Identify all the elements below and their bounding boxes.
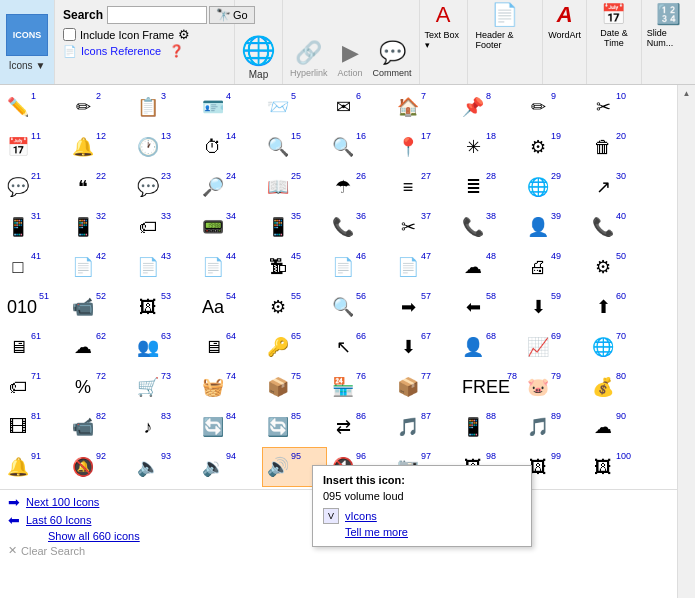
icon-cell-10[interactable]: ✂10 <box>587 87 652 127</box>
icon-cell-56[interactable]: 🔍56 <box>327 287 392 327</box>
help-icon[interactable]: ❓ <box>169 44 184 58</box>
icon-cell-59[interactable]: ⬇59 <box>522 287 587 327</box>
icon-cell-19[interactable]: ⚙19 <box>522 127 587 167</box>
datetime-button[interactable]: 📅 Date & Time <box>587 0 642 84</box>
icon-cell-27[interactable]: ≡27 <box>392 167 457 207</box>
icon-cell-43[interactable]: 📄43 <box>132 247 197 287</box>
icon-cell-72[interactable]: %72 <box>67 367 132 407</box>
icon-cell-69[interactable]: 📈69 <box>522 327 587 367</box>
icon-cell-26[interactable]: ☂26 <box>327 167 392 207</box>
icon-cell-12[interactable]: 🔔12 <box>67 127 132 167</box>
icon-cell-89[interactable]: 🎵89 <box>522 407 587 447</box>
icon-cell-66[interactable]: ↖66 <box>327 327 392 367</box>
icon-cell-83[interactable]: ♪83 <box>132 407 197 447</box>
icon-cell-4[interactable]: 🪪4 <box>197 87 262 127</box>
icon-cell-34[interactable]: 📟34 <box>197 207 262 247</box>
icon-cell-50[interactable]: ⚙50 <box>587 247 652 287</box>
icon-cell-62[interactable]: ☁62 <box>67 327 132 367</box>
icon-cell-17[interactable]: 📍17 <box>392 127 457 167</box>
icon-cell-82[interactable]: 📹82 <box>67 407 132 447</box>
icon-cell-14[interactable]: ⏱14 <box>197 127 262 167</box>
slidenum-button[interactable]: 🔢 Slide Num... <box>642 0 695 84</box>
show-all-button[interactable]: Show all 660 icons <box>48 530 140 542</box>
clear-search-button[interactable]: Clear Search <box>21 545 85 557</box>
icon-cell-20[interactable]: 🗑20 <box>587 127 652 167</box>
icon-cell-38[interactable]: 📞38 <box>457 207 522 247</box>
icon-cell-86[interactable]: ⇄86 <box>327 407 392 447</box>
icon-cell-32[interactable]: 📱32 <box>67 207 132 247</box>
icon-cell-94[interactable]: 🔉94 <box>197 447 262 487</box>
icon-cell-84[interactable]: 🔄84 <box>197 407 262 447</box>
icon-cell-81[interactable]: 🎞81 <box>2 407 67 447</box>
icon-cell-1[interactable]: ✏️1 <box>2 87 67 127</box>
header-footer-button[interactable]: 📄 Header & Footer <box>468 0 544 84</box>
icon-cell-49[interactable]: 🖨49 <box>522 247 587 287</box>
icon-cell-67[interactable]: ⬇67 <box>392 327 457 367</box>
action-button[interactable]: ▶ Action <box>333 38 368 80</box>
icons-dropdown[interactable]: Icons ▼ <box>9 60 46 71</box>
icon-cell-28[interactable]: ≣28 <box>457 167 522 207</box>
icons-main-button[interactable]: ICONS <box>6 14 48 56</box>
icon-cell-71[interactable]: 🏷71 <box>2 367 67 407</box>
icon-cell-2[interactable]: ✏2 <box>67 87 132 127</box>
icon-cell-15[interactable]: 🔍15 <box>262 127 327 167</box>
icon-cell-21[interactable]: 💬21 <box>2 167 67 207</box>
icon-cell-25[interactable]: 📖25 <box>262 167 327 207</box>
icon-cell-74[interactable]: 🧺74 <box>197 367 262 407</box>
icon-cell-22[interactable]: ❝22 <box>67 167 132 207</box>
icon-cell-57[interactable]: ➡57 <box>392 287 457 327</box>
icon-cell-75[interactable]: 📦75 <box>262 367 327 407</box>
icon-cell-31[interactable]: 📱31 <box>2 207 67 247</box>
icon-cell-29[interactable]: 🌐29 <box>522 167 587 207</box>
icon-cell-55[interactable]: ⚙55 <box>262 287 327 327</box>
icon-cell-58[interactable]: ⬅58 <box>457 287 522 327</box>
icon-cell-47[interactable]: 📄47 <box>392 247 457 287</box>
icon-cell-24[interactable]: 🔎24 <box>197 167 262 207</box>
icon-cell-78[interactable]: FREE78 <box>457 367 522 407</box>
icon-cell-41[interactable]: □41 <box>2 247 67 287</box>
icon-cell-90[interactable]: ☁90 <box>587 407 652 447</box>
icon-cell-16[interactable]: 🔍16 <box>327 127 392 167</box>
icon-cell-51[interactable]: 01051 <box>2 287 67 327</box>
tooltip-more-link[interactable]: Tell me more <box>345 526 408 538</box>
icon-cell-18[interactable]: ✳18 <box>457 127 522 167</box>
icon-cell-54[interactable]: Aa54 <box>197 287 262 327</box>
settings-icon[interactable]: ⚙ <box>178 27 190 42</box>
icon-cell-30[interactable]: ↗30 <box>587 167 652 207</box>
tooltip-vicons-link[interactable]: vIcons <box>345 510 377 522</box>
icon-cell-100[interactable]: 🖼100 <box>587 447 652 487</box>
icon-cell-61[interactable]: 🖥61 <box>2 327 67 367</box>
icon-cell-79[interactable]: 🐷79 <box>522 367 587 407</box>
icons-reference-row[interactable]: 📄 Icons Reference ❓ <box>63 44 188 58</box>
icon-cell-68[interactable]: 👤68 <box>457 327 522 367</box>
icon-cell-37[interactable]: ✂37 <box>392 207 457 247</box>
icon-cell-35[interactable]: 📱35 <box>262 207 327 247</box>
icon-cell-73[interactable]: 🛒73 <box>132 367 197 407</box>
icon-cell-44[interactable]: 📄44 <box>197 247 262 287</box>
map-section[interactable]: 🌐 Map <box>235 0 283 84</box>
icon-cell-60[interactable]: ⬆60 <box>587 287 652 327</box>
icon-cell-48[interactable]: ☁48 <box>457 247 522 287</box>
icon-cell-52[interactable]: 📹52 <box>67 287 132 327</box>
icon-cell-39[interactable]: 👤39 <box>522 207 587 247</box>
icon-cell-76[interactable]: 🏪76 <box>327 367 392 407</box>
icon-cell-85[interactable]: 🔄85 <box>262 407 327 447</box>
icon-cell-63[interactable]: 👥63 <box>132 327 197 367</box>
comment-button[interactable]: 💬 Comment <box>368 38 417 80</box>
icon-cell-65[interactable]: 🔑65 <box>262 327 327 367</box>
icon-cell-77[interactable]: 📦77 <box>392 367 457 407</box>
icon-cell-92[interactable]: 🔕92 <box>67 447 132 487</box>
icon-cell-42[interactable]: 📄42 <box>67 247 132 287</box>
wordart-button[interactable]: A WordArt <box>543 0 587 84</box>
icon-cell-3[interactable]: 📋3 <box>132 87 197 127</box>
icon-cell-11[interactable]: 📅11 <box>2 127 67 167</box>
icon-cell-64[interactable]: 🖥64 <box>197 327 262 367</box>
include-frame-checkbox[interactable] <box>63 28 76 41</box>
textbox-button[interactable]: A Text Box ▾ <box>420 0 468 84</box>
icon-cell-46[interactable]: 📄46 <box>327 247 392 287</box>
icon-cell-8[interactable]: 📌8 <box>457 87 522 127</box>
icon-cell-53[interactable]: 🖼53 <box>132 287 197 327</box>
icon-cell-5[interactable]: 📨5 <box>262 87 327 127</box>
icon-cell-70[interactable]: 🌐70 <box>587 327 652 367</box>
icon-cell-6[interactable]: ✉6 <box>327 87 392 127</box>
